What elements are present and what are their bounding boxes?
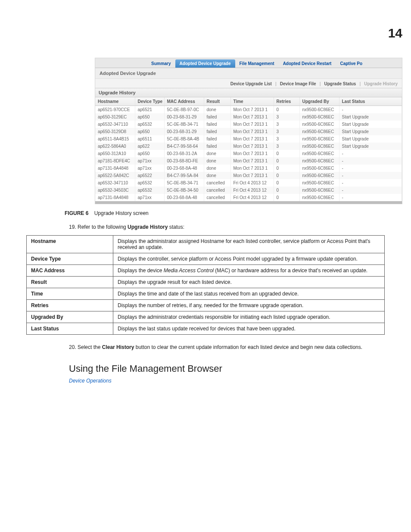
col-header[interactable]: Time xyxy=(230,97,274,106)
cell-hostname: ap6522-5A842C xyxy=(95,172,135,179)
table-row[interactable]: ap622-5864A0ap622B4-C7-99-58-64failedMon… xyxy=(95,143,402,150)
cell-last: - xyxy=(339,157,402,165)
cell-result: failed xyxy=(204,128,230,135)
table-row[interactable]: ap6522-5A842Cap6522B4-C7-99-5A-84doneMon… xyxy=(95,172,402,179)
cell-hostname: ap7131-8A4848 xyxy=(95,194,135,201)
desc-row: TimeDisplays the time and date of the la… xyxy=(27,288,385,300)
col-header[interactable]: Device Type xyxy=(135,97,164,106)
cell-result: done xyxy=(204,106,230,114)
panel-title: Adopted Device Upgrade xyxy=(95,68,402,79)
subtab-upgrade-status[interactable]: Upgrade Status xyxy=(324,81,356,86)
cell-time: Mon Oct 7 2013 1 xyxy=(230,150,274,157)
desc-row: HostnameDisplays the administrator assig… xyxy=(27,236,385,253)
description-table: HostnameDisplays the administrator assig… xyxy=(26,235,385,335)
cell-time: Mon Oct 7 2013 1 xyxy=(230,165,274,172)
table-row[interactable]: ap6532-34503Cap65325C-0E-8B-34-50cancell… xyxy=(95,187,402,194)
cell-mac: 5C-0E-8B-34-71 xyxy=(164,179,204,187)
cell-device: ap6532 xyxy=(135,121,164,128)
table-row[interactable]: ap6511-8A4B15ap65115C-0E-8B-8A-4BfailedM… xyxy=(95,135,402,143)
cell-last: - xyxy=(339,194,402,201)
cell-last: - xyxy=(339,150,402,157)
step-20: 20. Select the Clear History button to c… xyxy=(69,344,402,350)
table-row[interactable]: ap650-3129ECap65000-23-68-31-29failedMon… xyxy=(95,113,402,121)
cell-by: nx9500-6C86EC xyxy=(299,121,339,128)
cell-result: done xyxy=(204,165,230,172)
cell-time: Mon Oct 7 2013 1 xyxy=(230,135,274,143)
table-row[interactable]: ap650-3129D8ap65000-23-68-31-29failedMon… xyxy=(95,128,402,135)
cell-time: Mon Oct 7 2013 1 xyxy=(230,121,274,128)
col-header[interactable]: Retries xyxy=(274,97,299,106)
cell-mac: B4-C7-99-58-64 xyxy=(164,143,204,150)
cell-hostname: ap650-3129EC xyxy=(95,113,135,121)
desc-row: MAC AddressDisplays the device Media Acc… xyxy=(27,265,385,277)
cell-device: ap650 xyxy=(135,150,164,157)
cell-last: Start Upgrade xyxy=(339,135,402,143)
desc-row: RetriesDisplays the number of retries, i… xyxy=(27,300,385,311)
device-operations-link[interactable]: Device Operations xyxy=(69,378,402,384)
cell-time: Mon Oct 7 2013 1 xyxy=(230,157,274,165)
page-number: 14 xyxy=(9,26,402,40)
desc-key: Last Status xyxy=(27,323,113,335)
cell-retries: 0 xyxy=(274,187,299,194)
cell-last: - xyxy=(339,106,402,114)
cell-result: cancelled xyxy=(204,187,230,194)
desc-key: Device Type xyxy=(27,253,113,265)
cell-mac: 00-23-68-8D-FE xyxy=(164,157,204,165)
cell-last: - xyxy=(339,172,402,179)
table-row[interactable]: ap650-312A10ap65000-23-68-31-2AdoneMon O… xyxy=(95,150,402,157)
cell-result: failed xyxy=(204,121,230,128)
cell-time: Mon Oct 7 2013 1 xyxy=(230,143,274,150)
cell-retries: 3 xyxy=(274,113,299,121)
top-tabs: Summary Adopted Device Upgrade File Mana… xyxy=(95,58,402,68)
desc-row: Last StatusDisplays the last status upda… xyxy=(27,323,385,335)
cell-hostname: ap6532-34503C xyxy=(95,187,135,194)
upgrade-history-table: Upgrade History HostnameDevice TypeMAC A… xyxy=(95,88,402,201)
tab-adopted-device-restart[interactable]: Adopted Device Restart xyxy=(279,59,336,68)
cell-hostname: ap7131-8A4848 xyxy=(95,165,135,172)
cell-retries: 0 xyxy=(274,106,299,114)
desc-key: Hostname xyxy=(27,236,113,253)
cell-device: ap6511 xyxy=(135,135,164,143)
cell-result: done xyxy=(204,172,230,179)
col-header[interactable]: Hostname xyxy=(95,97,135,106)
tab-summary[interactable]: Summary xyxy=(147,59,175,68)
tab-captive-portal[interactable]: Captive Po xyxy=(336,59,367,68)
cell-by: nx9500-6C86EC xyxy=(299,106,339,114)
cell-time: Mon Oct 7 2013 1 xyxy=(230,113,274,121)
col-header[interactable]: MAC Address xyxy=(164,97,204,106)
table-row[interactable]: ap7131-8A4848ap71xx00-23-68-8A-48cancell… xyxy=(95,194,402,201)
table-row[interactable]: ap6521-970CCEap65215C-0E-8B-97-0CdoneMon… xyxy=(95,106,402,114)
cell-result: done xyxy=(204,150,230,157)
cell-retries: 0 xyxy=(274,194,299,201)
cell-device: ap71xx xyxy=(135,157,164,165)
table-row[interactable]: ap6532-347110ap65325C-0E-8B-34-71failedM… xyxy=(95,121,402,128)
cell-last: Start Upgrade xyxy=(339,121,402,128)
cell-by: nx9500-6C86EC xyxy=(299,172,339,179)
cell-device: ap71xx xyxy=(135,165,164,172)
cell-mac: 00-23-68-31-29 xyxy=(164,128,204,135)
cell-device: ap650 xyxy=(135,113,164,121)
cell-hostname: ap6511-8A4B15 xyxy=(95,135,135,143)
scrollbar-track[interactable] xyxy=(95,201,402,204)
col-header[interactable]: Upgraded By xyxy=(299,97,339,106)
cell-by: nx9500-6C86EC xyxy=(299,194,339,201)
col-header[interactable]: Result xyxy=(204,97,230,106)
subtab-device-upgrade-list[interactable]: Device Upgrade List xyxy=(230,81,272,86)
cell-result: cancelled xyxy=(204,179,230,187)
table-row[interactable]: ap7131-8A4848ap71xx00-23-68-8A-48doneMon… xyxy=(95,165,402,172)
desc-key: Time xyxy=(27,288,113,300)
subtab-device-image-file[interactable]: Device Image File xyxy=(280,81,316,86)
subtab-upgrade-history[interactable]: Upgrade History xyxy=(364,81,398,86)
table-row[interactable]: ap7181-8DFE4Cap71xx00-23-68-8D-FEdoneMon… xyxy=(95,157,402,165)
cell-retries: 3 xyxy=(274,135,299,143)
tab-adopted-device-upgrade[interactable]: Adopted Device Upgrade xyxy=(175,59,235,68)
desc-val: Displays the controller, service platfor… xyxy=(113,253,385,265)
col-header[interactable]: Last Status xyxy=(339,97,402,106)
tab-file-management[interactable]: File Management xyxy=(235,59,279,68)
desc-val: Displays the time and date of the last s… xyxy=(113,288,385,300)
cell-mac: 00-23-68-8A-48 xyxy=(164,194,204,201)
cell-time: Mon Oct 7 2013 1 xyxy=(230,128,274,135)
desc-row: ResultDisplays the upgrade result for ea… xyxy=(27,277,385,288)
desc-key: MAC Address xyxy=(27,265,113,277)
table-row[interactable]: ap6532-347110ap65325C-0E-8B-34-71cancell… xyxy=(95,179,402,187)
